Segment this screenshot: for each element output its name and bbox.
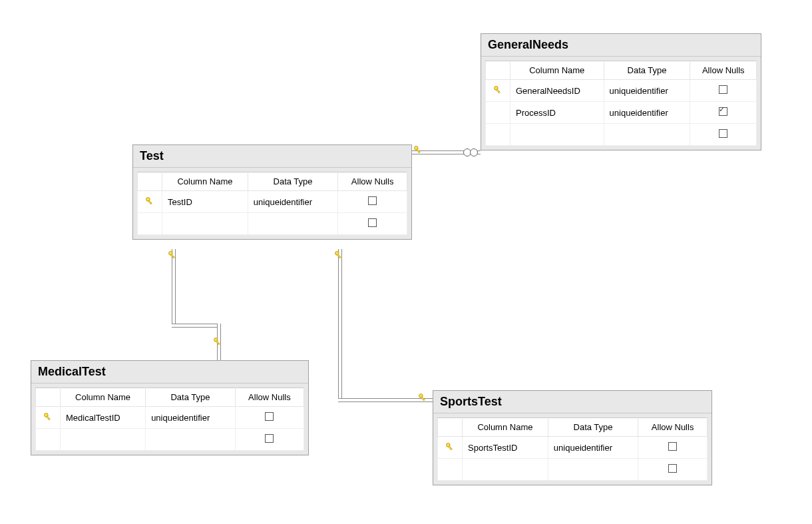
cell-data-type[interactable]: uniqueidentifier bbox=[548, 437, 638, 459]
cell-allow-nulls[interactable] bbox=[690, 80, 757, 102]
header-column-name: Column Name bbox=[510, 61, 604, 80]
table-row[interactable]: ProcessID uniqueidentifier bbox=[486, 102, 757, 124]
cell-column-name[interactable]: GeneralNeedsID bbox=[510, 80, 604, 102]
relation-key-icon bbox=[334, 250, 343, 262]
table-row[interactable] bbox=[438, 459, 708, 481]
cell-data-type[interactable] bbox=[146, 429, 236, 451]
header-column-name: Column Name bbox=[463, 418, 548, 437]
relation-key-icon bbox=[413, 145, 423, 157]
cell-data-type[interactable] bbox=[248, 213, 337, 235]
relation-key-icon bbox=[213, 337, 222, 349]
cell-data-type[interactable] bbox=[548, 459, 638, 481]
header-allow-nulls: Allow Nulls bbox=[638, 418, 708, 437]
cell-allow-nulls[interactable] bbox=[235, 407, 304, 429]
primary-key-icon bbox=[43, 412, 53, 423]
cell-allow-nulls[interactable] bbox=[235, 429, 304, 451]
cell-column-name[interactable] bbox=[61, 429, 146, 451]
cell-data-type[interactable]: uniqueidentifier bbox=[146, 407, 236, 429]
table-row[interactable]: GeneralNeedsID uniqueidentifier bbox=[486, 80, 757, 102]
table-test[interactable]: Test Column Name Data Type Allow Nulls T… bbox=[132, 144, 412, 240]
header-allow-nulls: Allow Nulls bbox=[690, 61, 757, 80]
cell-allow-nulls[interactable] bbox=[638, 437, 708, 459]
table-row[interactable] bbox=[486, 124, 757, 146]
cell-allow-nulls[interactable] bbox=[338, 213, 407, 235]
primary-key-icon bbox=[145, 196, 154, 208]
header-column-name: Column Name bbox=[162, 172, 248, 191]
header-data-type: Data Type bbox=[604, 61, 690, 80]
table-title: GeneralNeeds bbox=[481, 34, 761, 57]
header-data-type: Data Type bbox=[146, 388, 236, 407]
cell-allow-nulls[interactable] bbox=[690, 124, 757, 146]
diagram-canvas[interactable]: { "headers": { "colname": "Column Name",… bbox=[0, 0, 812, 524]
header-column-name: Column Name bbox=[61, 388, 146, 407]
cell-column-name[interactable] bbox=[510, 124, 604, 146]
relation-many-icon bbox=[463, 147, 478, 159]
columns-grid[interactable]: Column Name Data Type Allow Nulls Genera… bbox=[485, 61, 757, 146]
primary-key-icon bbox=[445, 442, 455, 453]
columns-grid[interactable]: Column Name Data Type Allow Nulls Medica… bbox=[35, 388, 304, 451]
table-sports-test[interactable]: SportsTest Column Name Data Type Allow N… bbox=[433, 390, 712, 485]
cell-column-name[interactable] bbox=[162, 213, 248, 235]
table-row[interactable] bbox=[138, 213, 407, 235]
table-row[interactable]: MedicalTestID uniqueidentifier bbox=[36, 407, 304, 429]
table-title: SportsTest bbox=[433, 391, 711, 413]
header-data-type: Data Type bbox=[548, 418, 638, 437]
cell-column-name[interactable]: SportsTestID bbox=[463, 437, 548, 459]
cell-data-type[interactable] bbox=[604, 124, 690, 146]
cell-column-name[interactable] bbox=[463, 459, 548, 481]
table-row[interactable]: TestID uniqueidentifier bbox=[138, 191, 407, 213]
cell-allow-nulls[interactable] bbox=[338, 191, 407, 213]
primary-key-icon bbox=[493, 85, 503, 97]
table-title: MedicalTest bbox=[31, 361, 308, 384]
table-medical-test[interactable]: MedicalTest Column Name Data Type Allow … bbox=[31, 360, 309, 455]
table-general-needs[interactable]: GeneralNeeds Column Name Data Type Allow… bbox=[481, 33, 761, 150]
header-data-type: Data Type bbox=[248, 172, 337, 191]
cell-data-type[interactable]: uniqueidentifier bbox=[604, 80, 690, 102]
relation-key-icon bbox=[418, 393, 427, 405]
relation-test-medicaltest bbox=[172, 324, 220, 328]
table-row[interactable] bbox=[36, 429, 304, 451]
cell-column-name[interactable]: ProcessID bbox=[510, 102, 604, 124]
cell-column-name[interactable]: MedicalTestID bbox=[61, 407, 146, 429]
table-row[interactable]: SportsTestID uniqueidentifier bbox=[438, 437, 708, 459]
columns-grid[interactable]: Column Name Data Type Allow Nulls TestID… bbox=[137, 172, 407, 235]
table-title: Test bbox=[133, 145, 411, 168]
cell-data-type[interactable]: uniqueidentifier bbox=[248, 191, 337, 213]
header-allow-nulls: Allow Nulls bbox=[235, 388, 304, 407]
relation-key-icon bbox=[168, 250, 177, 262]
columns-grid[interactable]: Column Name Data Type Allow Nulls Sports… bbox=[437, 417, 708, 481]
cell-data-type[interactable]: uniqueidentifier bbox=[604, 102, 690, 124]
header-allow-nulls: Allow Nulls bbox=[338, 172, 407, 191]
cell-column-name[interactable]: TestID bbox=[162, 191, 248, 213]
cell-allow-nulls[interactable] bbox=[638, 459, 708, 481]
relation-test-sportstest bbox=[338, 249, 342, 398]
cell-allow-nulls[interactable] bbox=[690, 102, 757, 124]
